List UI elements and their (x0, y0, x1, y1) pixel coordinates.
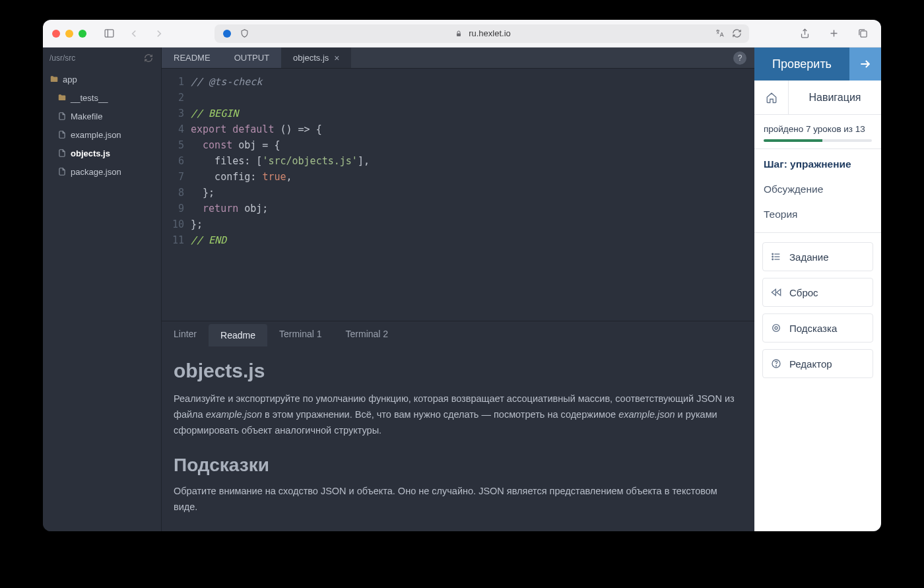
card-Редактор[interactable]: Редактор (762, 349, 873, 378)
editor-area: READMEOUTPUTobjects.js×? 1234567891011 /… (162, 48, 754, 531)
close-tab-icon[interactable]: × (334, 53, 339, 63)
window-controls (52, 30, 86, 38)
progress-block: пройдено 7 уроков из 13 (754, 115, 881, 149)
svg-rect-0 (105, 30, 114, 37)
tree-label: example.json (71, 130, 121, 140)
nav-item[interactable]: Шаг: упражнение (764, 158, 872, 170)
readme-h1: objects.js (174, 360, 742, 382)
file-example-json[interactable]: example.json (43, 125, 161, 144)
readme-p1: Реализуйте и экспортируйте по умолчанию … (174, 391, 742, 439)
check-button[interactable]: Проверить (754, 48, 849, 81)
file-icon (57, 130, 67, 139)
svg-rect-6 (860, 31, 866, 37)
bottom-tab-Readme[interactable]: Readme (209, 324, 267, 346)
forward-button[interactable] (150, 24, 168, 43)
card-Подсказка[interactable]: Подсказка (762, 313, 873, 343)
svg-marker-15 (777, 289, 781, 295)
browser-window: ru.hexlet.io (43, 20, 881, 531)
url-host: ru.hexlet.io (469, 28, 511, 38)
file-icon (57, 112, 67, 121)
svg-point-2 (223, 30, 231, 38)
tree-label: Makefile (71, 112, 102, 121)
editor-tab-OUTPUT[interactable]: OUTPUT (222, 48, 281, 68)
address-bar[interactable]: ru.hexlet.io (214, 24, 749, 43)
bottom-tab-Linter[interactable]: Linter (162, 321, 209, 346)
list-icon (771, 251, 783, 262)
tabs-overview-button[interactable] (853, 24, 872, 43)
tree-label: __tests__ (71, 93, 108, 103)
file-explorer: /usr/src app__tests__Makefileexample.jso… (43, 48, 162, 531)
editor-tab-objects-js[interactable]: objects.js× (281, 48, 351, 68)
bottom-tabs: LinterReadmeTerminal 1Terminal 2 (162, 321, 754, 346)
tree-label: package.json (71, 167, 121, 177)
next-button[interactable] (849, 48, 881, 81)
readme-p2: Обратите внимание на сходство JSON и объ… (174, 484, 742, 515)
folder-__tests__[interactable]: __tests__ (43, 88, 161, 107)
readme-h2: Подсказки (174, 455, 742, 476)
svg-point-13 (772, 259, 774, 260)
nav-item[interactable]: Теория (764, 209, 872, 220)
refresh-icon[interactable] (731, 28, 742, 40)
line-gutter: 1234567891011 (162, 74, 191, 315)
file-tree: app__tests__Makefileexample.jsonobjects.… (43, 69, 161, 181)
share-button[interactable] (795, 24, 814, 43)
sidebar-toggle-button[interactable] (100, 24, 118, 43)
svg-rect-3 (457, 33, 461, 36)
progress-bar (764, 139, 872, 142)
progress-text: пройдено 7 уроков из 13 (764, 124, 872, 134)
bottom-tab-Terminal-1[interactable]: Terminal 1 (267, 321, 334, 346)
minimize-window-button[interactable] (65, 30, 73, 38)
editor-tab-README[interactable]: README (162, 48, 222, 68)
target-icon (771, 323, 783, 333)
readme-body: objects.js Реализуйте и экспортируйте по… (162, 346, 754, 531)
browser-toolbar: ru.hexlet.io (43, 20, 881, 48)
new-tab-button[interactable] (824, 24, 843, 43)
lock-icon (453, 28, 465, 40)
nav-item[interactable]: Обсуждение (764, 183, 872, 195)
file-objects-js[interactable]: objects.js (43, 144, 161, 162)
file-Makefile[interactable]: Makefile (43, 107, 161, 125)
help-icon[interactable]: ? (733, 51, 746, 65)
card-list: ЗаданиеСбросПодсказкаРедактор (754, 233, 881, 387)
maximize-window-button[interactable] (79, 30, 86, 38)
refresh-tree-icon[interactable] (143, 52, 154, 64)
progress-fill (764, 139, 822, 142)
folder-app[interactable]: app (43, 70, 161, 88)
rewind-icon (771, 287, 783, 298)
card-Сброс[interactable]: Сброс (762, 278, 873, 307)
editor-tabs: READMEOUTPUTobjects.js×? (162, 48, 754, 69)
nav-list: Шаг: упражнениеОбсуждениеТеория (754, 149, 881, 233)
home-button[interactable] (754, 81, 789, 114)
translate-icon[interactable] (713, 28, 725, 40)
svg-point-19 (776, 366, 776, 366)
folder-icon (50, 75, 59, 84)
file-icon (57, 167, 67, 176)
file-explorer-path: /usr/src (50, 53, 75, 63)
app-content: /usr/src app__tests__Makefileexample.jso… (43, 48, 881, 531)
card-Задание[interactable]: Задание (762, 242, 873, 271)
tree-label: app (63, 75, 77, 84)
tree-label: objects.js (71, 148, 110, 158)
close-window-button[interactable] (52, 30, 60, 38)
file-package-json[interactable]: package.json (43, 162, 161, 181)
svg-point-16 (773, 325, 780, 332)
svg-point-12 (772, 256, 774, 257)
shield-icon[interactable] (238, 28, 250, 40)
bottom-panel: LinterReadmeTerminal 1Terminal 2 objects… (162, 321, 754, 531)
svg-marker-14 (772, 289, 776, 295)
svg-point-11 (772, 253, 774, 255)
bottom-tab-Terminal-2[interactable]: Terminal 2 (334, 321, 401, 346)
code-body[interactable]: // @ts-check// BEGINexport default () =>… (191, 74, 754, 315)
navigation-label[interactable]: Навигация (789, 81, 881, 114)
back-button[interactable] (125, 24, 143, 43)
code-editor[interactable]: 1234567891011 // @ts-check// BEGINexport… (162, 69, 754, 321)
help-icon (771, 358, 783, 369)
password-manager-icon[interactable] (221, 28, 233, 40)
folder-icon (57, 93, 67, 102)
right-panel: Проверить Навигация пройдено 7 уроков из… (754, 48, 881, 531)
svg-point-17 (775, 327, 777, 329)
file-icon (57, 148, 67, 158)
